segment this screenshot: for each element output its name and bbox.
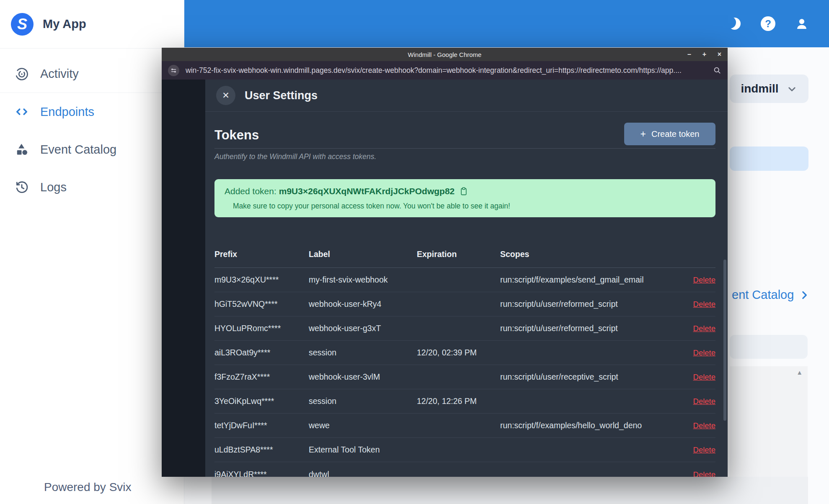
close-window-button[interactable]: ×: [716, 51, 723, 58]
cell-label: webhook-user-3vlM: [309, 372, 417, 382]
background-panel: ▲: [730, 366, 808, 477]
cell-label: wewe: [309, 421, 417, 430]
shapes-icon: [14, 142, 29, 157]
cell-scopes: run:script/f/examples/send_gmail_email: [500, 275, 674, 285]
page-content: ✕ User Settings Tokens + Create token Au…: [162, 80, 728, 477]
cell-scopes: run:script/u/user/reformed_script: [500, 324, 674, 333]
sidebar-item-logs[interactable]: Logs: [0, 168, 184, 206]
workspace-name: indmill: [741, 82, 778, 95]
cell-label: my-first-svix-webhook: [309, 275, 417, 285]
cell-scopes: run:script/u/user/reformed_script: [500, 299, 674, 309]
delete-link[interactable]: Delete: [693, 324, 715, 333]
sidebar-item-label: Activity: [40, 67, 79, 81]
magnifier-icon[interactable]: [713, 66, 721, 75]
create-token-button[interactable]: + Create token: [624, 123, 715, 145]
event-catalog-link[interactable]: ent Catalog: [732, 288, 810, 302]
event-catalog-link-label: ent Catalog: [732, 288, 794, 302]
table-row: HYOLuPRomc****webhook-user-g3xTrun:scrip…: [214, 316, 715, 341]
maximize-button[interactable]: +: [701, 51, 708, 58]
tokens-table: Prefix Label Expiration Scopes m9U3×26qX…: [214, 241, 715, 477]
sidebar-item-event-catalog[interactable]: Event Catalog: [0, 131, 184, 168]
history-clock-icon: [14, 180, 29, 195]
delete-link[interactable]: Delete: [693, 421, 715, 430]
delete-link[interactable]: Delete: [693, 397, 715, 406]
moon-icon[interactable]: [726, 16, 741, 31]
table-row: i9AiXYLdR****dwtwlDelete: [214, 462, 715, 477]
table-row: uLdBztSPA8****External Tool TokenDelete: [214, 438, 715, 462]
drawer-scrollbar[interactable]: [723, 260, 726, 421]
cell-prefix: m9U3×26qXU****: [214, 275, 309, 285]
sidebar-nav: Activity Endpoints Event Catalog: [0, 49, 184, 206]
table-row: 3YeOiKpLwq****session12/20, 12:26 PMDele…: [214, 389, 715, 414]
drawer-header: ✕ User Settings: [205, 80, 728, 112]
delete-link[interactable]: Delete: [693, 348, 715, 357]
clipboard-icon[interactable]: [460, 187, 468, 196]
delete-link[interactable]: Delete: [693, 300, 715, 309]
delete-link[interactable]: Delete: [693, 373, 715, 381]
cell-scopes: run:script/u/user/receptive_script: [500, 372, 674, 382]
minimize-button[interactable]: –: [686, 51, 692, 58]
cell-label: webhook-user-g3xT: [309, 324, 417, 333]
cell-label: session: [309, 348, 417, 357]
divider: [214, 148, 715, 149]
delete-link[interactable]: Delete: [693, 275, 715, 284]
sidebar-item-endpoints[interactable]: Endpoints: [0, 93, 184, 131]
alert-warning: Make sure to copy your personal access t…: [233, 202, 705, 211]
scroll-up-arrow-icon[interactable]: ▲: [796, 369, 803, 376]
tokens-heading: Tokens: [214, 128, 259, 143]
help-icon[interactable]: ?: [761, 16, 775, 31]
cell-prefix: uLdBztSPA8****: [214, 445, 309, 455]
cell-expiration: 12/20, 02:39 PM: [417, 348, 500, 357]
cell-expiration: 12/20, 12:26 PM: [417, 396, 500, 406]
url-text[interactable]: win-752-fix-svix-webhook-win.windmill.pa…: [186, 66, 709, 75]
drawer-body: Tokens + Create token Authentify to the …: [205, 123, 728, 477]
tokens-table-body: m9U3×26qXU****my-first-svix-webhookrun:s…: [214, 268, 715, 477]
cell-prefix: f3FzoZ7raX****: [214, 372, 309, 382]
sidebar-item-label: Event Catalog: [40, 143, 116, 157]
screen: S My App Activity Endpoints: [0, 0, 829, 504]
delete-link[interactable]: Delete: [693, 445, 715, 454]
activity-icon: [14, 67, 29, 82]
alert-label: Added token:: [225, 186, 276, 196]
url-bar[interactable]: win-752-fix-svix-webhook-win.windmill.pa…: [162, 61, 728, 80]
cell-prefix: i9AiXYLdR****: [214, 470, 309, 477]
create-token-label: Create token: [651, 129, 700, 139]
window-controls: – + ×: [686, 48, 723, 61]
background-card: [730, 335, 808, 359]
background-info-bar: [730, 147, 808, 171]
background-bottom-panel: [212, 477, 808, 504]
sidebar-item-activity[interactable]: Activity: [0, 55, 184, 93]
cell-prefix: 3YeOiKpLwq****: [214, 396, 309, 406]
chevron-right-icon: [799, 290, 810, 301]
svix-logo-icon: S: [11, 13, 34, 36]
chevron-down-icon: [786, 83, 798, 95]
table-row: f3FzoZ7raX****webhook-user-3vlMrun:scrip…: [214, 365, 715, 389]
workspace-dropdown[interactable]: indmill: [730, 75, 808, 103]
delete-link[interactable]: Delete: [693, 470, 715, 477]
header-scopes: Scopes: [500, 249, 674, 259]
plus-icon: +: [640, 129, 646, 140]
cell-scopes: run:script/f/examples/hello_world_deno: [500, 421, 674, 430]
cell-label: session: [309, 396, 417, 406]
powered-by-svix: Powered by Svix: [44, 481, 132, 494]
code-brackets-icon: [14, 104, 29, 119]
window-title: Windmill - Google Chrome: [408, 51, 482, 58]
cell-prefix: tetYjDwFuI****: [214, 421, 309, 430]
token-value: m9U3×26qXUXqNWtFAKrdjJCkPOdwgp82: [279, 186, 455, 196]
table-row: aiL3ROat9y****session12/20, 02:39 PMDele…: [214, 341, 715, 365]
table-row: hGiT52wVNQ****webhook-user-kRy4run:scrip…: [214, 292, 715, 316]
header-prefix: Prefix: [214, 249, 309, 259]
cell-label: dwtwl: [309, 470, 417, 477]
user-settings-drawer: ✕ User Settings Tokens + Create token Au…: [205, 80, 728, 477]
user-icon[interactable]: [795, 17, 809, 31]
chrome-window: Windmill - Google Chrome – + × win-752-f…: [162, 48, 728, 477]
window-titlebar[interactable]: Windmill - Google Chrome – + ×: [162, 48, 728, 61]
cell-label: webhook-user-kRy4: [309, 299, 417, 309]
topbar: ?: [184, 0, 829, 47]
cell-prefix: HYOLuPRomc****: [214, 324, 309, 333]
cell-prefix: aiL3ROat9y****: [214, 348, 309, 357]
site-settings-icon[interactable]: [168, 65, 179, 76]
drawer-title: User Settings: [245, 89, 318, 102]
close-icon[interactable]: ✕: [216, 86, 235, 105]
sidebar-header: S My App: [0, 0, 184, 49]
